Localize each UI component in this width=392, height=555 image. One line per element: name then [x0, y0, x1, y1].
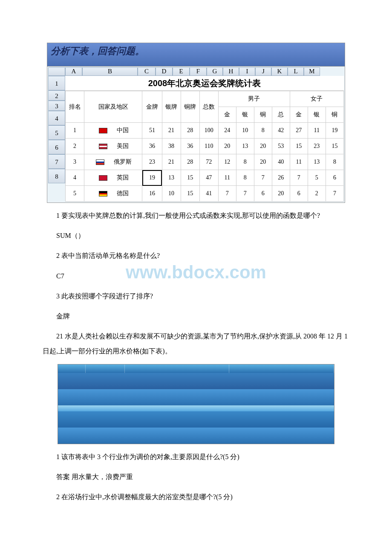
- fig2-row-5: [58, 428, 334, 444]
- cell-value: 20: [254, 154, 272, 170]
- hdr-gold: 金牌: [142, 91, 162, 123]
- cell-value: 7: [218, 186, 236, 202]
- cell-value: 23: [142, 154, 162, 170]
- cell-value: 41: [199, 186, 218, 202]
- col-H: H: [223, 67, 239, 76]
- answer-1: SUM（）: [43, 228, 349, 243]
- cell-rank: 2: [66, 139, 84, 154]
- col-D: D: [156, 67, 173, 76]
- cell-value: 36: [142, 139, 162, 154]
- col-I: I: [239, 67, 255, 76]
- q21-sub-a1: 答案 用水量大，浪费严重: [43, 469, 349, 484]
- cell-value: 47: [199, 170, 218, 186]
- table-row: 4英国19131547118726756: [66, 170, 344, 186]
- hdr-bronze: 铜牌: [181, 91, 199, 123]
- cell-value: 12: [218, 154, 236, 170]
- cell-value: 36: [181, 139, 199, 154]
- cell-value: 7: [254, 170, 272, 186]
- cell-value: 11: [290, 154, 308, 170]
- hdr-silver: 银牌: [162, 91, 181, 123]
- cell-value: 2: [308, 186, 326, 202]
- sheet-title: 2008年北京奥运会奖牌统计表: [65, 76, 344, 91]
- table-row: 2美国36383611020132053152315: [66, 139, 344, 154]
- cell-value: 8: [254, 123, 272, 139]
- cell-value: 21: [162, 154, 181, 170]
- col-A: A: [65, 67, 82, 76]
- col-G: G: [207, 67, 223, 76]
- water-pricing-figure: [58, 364, 334, 444]
- cell-value: 13: [236, 139, 254, 154]
- cell-value: 7: [236, 186, 254, 202]
- flag-icon: [99, 144, 107, 149]
- cell-value: 5: [308, 170, 326, 186]
- cell-country: 英国: [84, 170, 142, 186]
- cell-country: 德国: [84, 186, 142, 202]
- cell-value: 10: [162, 186, 181, 202]
- flag-icon: [99, 175, 107, 181]
- q21-sub-q1: 1 该市将表中 3 个行业作为调价的对象,主要原因是什么?(5 分): [43, 449, 349, 464]
- cell-value: 38: [162, 139, 181, 154]
- answer-3: 金牌: [43, 309, 349, 324]
- cell-value: 20: [272, 186, 290, 202]
- fig2-row-1: [58, 373, 334, 389]
- flag-icon: [99, 128, 107, 133]
- cell-value: 8: [326, 154, 343, 170]
- cell-value: 6: [254, 186, 272, 202]
- col-F: F: [190, 67, 207, 76]
- cell-value: 110: [199, 139, 218, 154]
- flag-icon: [99, 191, 107, 197]
- fig2-row-4: [58, 411, 334, 428]
- flag-icon: [96, 159, 104, 165]
- cell-rank: 3: [66, 154, 84, 170]
- medals-table: 排名 国家及地区 金牌 银牌 铜牌 总数 男子 女子 金 银 铜 总: [65, 91, 344, 202]
- question-1: 1 要实现表中奖牌总数的计算,我们一般使用公式或函数来实现,那可以使用的函数是哪…: [43, 208, 349, 223]
- q21-intro-text: 21 水是人类社会赖以生存和发展不可缺少的资源,某市为了节约用水,保护水资源,从…: [43, 329, 349, 358]
- spreadsheet-column-headers: A B C D E F G H I J K L M: [48, 67, 344, 76]
- col-E: E: [173, 67, 190, 76]
- cell-value: 26: [272, 170, 290, 186]
- hdr-country: 国家及地区: [84, 91, 142, 123]
- olympics-spreadsheet-figure: 分析下表，回答问题。 A B C D E F G H I J K L M 1: [47, 43, 345, 203]
- q21-intro-block: 21 水是人类社会赖以生存和发展不可缺少的资源,某市为了节约用水,保护水资源,从…: [43, 329, 349, 358]
- cell-value: 21: [162, 123, 181, 139]
- cell-country: 俄罗斯: [84, 154, 142, 170]
- active-cell: 19: [142, 170, 162, 186]
- cell-value: 27: [290, 123, 308, 139]
- cell-value: 7: [290, 170, 308, 186]
- table-row: 1中国5121281002410842271119: [66, 123, 344, 139]
- cell-value: 6: [326, 170, 343, 186]
- cell-value: 20: [218, 139, 236, 154]
- cell-value: 19: [326, 123, 343, 139]
- cell-value: 40: [272, 154, 290, 170]
- cell-rank: 4: [66, 170, 84, 186]
- cell-value: 16: [142, 186, 162, 202]
- cell-country: 中国: [84, 123, 142, 139]
- cell-value: 53: [272, 139, 290, 154]
- cell-value: 15: [326, 139, 343, 154]
- watermark: www.bdocx.com: [126, 262, 266, 283]
- hdr-rank: 排名: [66, 91, 84, 123]
- cell-value: 23: [308, 139, 326, 154]
- spreadsheet-body: 2008年北京奥运会奖牌统计表 排名 国家及地区 金牌 银牌 铜牌 总数 男子 …: [65, 76, 344, 202]
- figure-prompt-title: 分析下表，回答问题。: [47, 43, 345, 66]
- cell-value: 6: [290, 186, 308, 202]
- spreadsheet-row-headers: 1 2 3 4 5 6 7 8: [48, 76, 65, 183]
- col-K: K: [271, 67, 288, 76]
- table-row: 3俄罗斯23212872128204011138: [66, 154, 344, 170]
- cell-value: 10: [236, 123, 254, 139]
- fig2-row-3: [58, 405, 334, 411]
- cell-value: 11: [308, 123, 326, 139]
- cell-value: 72: [199, 154, 218, 170]
- question-2: 2 表中当前活动单元格名称是什么?: [43, 248, 349, 263]
- qa-block-2: 1 该市将表中 3 个行业作为调价的对象,主要原因是什么?(5 分) 答案 用水…: [43, 449, 349, 505]
- cell-value: 15: [181, 170, 199, 186]
- cell-country: 美国: [84, 139, 142, 154]
- cell-value: 11: [218, 170, 236, 186]
- cell-rank: 5: [66, 186, 84, 202]
- hdr-female: 女子: [290, 91, 343, 107]
- cell-value: 13: [308, 154, 326, 170]
- fig2-header-row: [58, 364, 334, 373]
- cell-value: 15: [290, 139, 308, 154]
- hdr-male: 男子: [218, 91, 290, 107]
- cell-value: 8: [236, 154, 254, 170]
